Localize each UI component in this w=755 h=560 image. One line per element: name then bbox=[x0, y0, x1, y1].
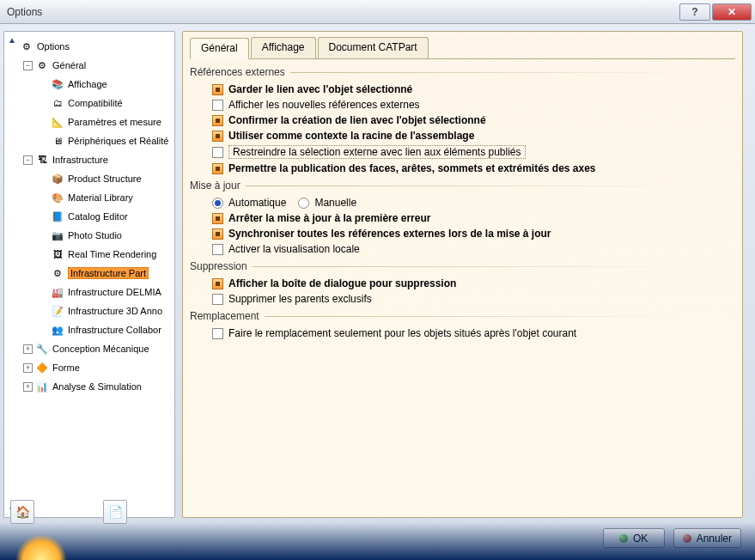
tree-item-conception-m-canique[interactable]: +🔧Conception Mécanique bbox=[6, 339, 173, 358]
tree-item-label: Infrastructure bbox=[52, 155, 108, 165]
option-label: Permettre la publication des faces, arêt… bbox=[228, 162, 596, 174]
tree-icon: 🗂 bbox=[51, 96, 64, 110]
tree-item-real-time-rendering[interactable]: 🖼Real Time Rendering bbox=[6, 245, 173, 264]
tree-item-product-structure[interactable]: 📦Product Structure bbox=[6, 169, 173, 188]
checkbox[interactable] bbox=[212, 163, 223, 174]
radio-manuelle[interactable]: Manuelle bbox=[298, 197, 356, 209]
checkbox[interactable] bbox=[212, 213, 223, 224]
tree-icon: 🏭 bbox=[51, 285, 64, 299]
checkbox[interactable] bbox=[212, 244, 223, 255]
tree-item-g-n-ral[interactable]: −⚙Général bbox=[6, 56, 173, 75]
tree-item-photo-studio[interactable]: 📷Photo Studio bbox=[6, 226, 173, 245]
help-button[interactable]: ? bbox=[679, 3, 710, 21]
tree-item-label: Product Structure bbox=[68, 173, 142, 184]
checkbox[interactable] bbox=[212, 100, 223, 111]
radio-icon bbox=[298, 198, 309, 209]
options-tree: ▲ ⚙ Options −⚙Général📚Affichage🗂Compatib… bbox=[3, 31, 175, 518]
tree-item-label: Périphériques et Réalité bbox=[68, 136, 168, 146]
window-title: Options bbox=[7, 6, 678, 18]
group-references-externes: Références externes bbox=[190, 66, 732, 78]
group-mise-a-jour: Mise à jour bbox=[190, 180, 732, 192]
tree-item-compatibilit-[interactable]: 🗂Compatibilité bbox=[6, 94, 173, 113]
tree-icon: ⚙ bbox=[51, 266, 64, 280]
option-label: Afficher les nouvelles références extern… bbox=[228, 99, 420, 111]
ok-button[interactable]: OK bbox=[603, 528, 665, 548]
expand-icon[interactable]: + bbox=[23, 344, 33, 354]
ok-dot-icon bbox=[619, 534, 628, 543]
tree-item-label: Analyse & Simulation bbox=[52, 381, 142, 392]
tab-g-n-ral[interactable]: Général bbox=[190, 38, 249, 59]
tree-icon: 🖼 bbox=[51, 247, 64, 261]
radio-icon bbox=[212, 198, 223, 209]
tree-item-affichage[interactable]: 📚Affichage bbox=[6, 75, 173, 94]
tree-item-label: Material Library bbox=[68, 192, 133, 203]
checkbox[interactable] bbox=[212, 131, 223, 142]
save-tool-button[interactable]: 📄 bbox=[103, 500, 127, 524]
expand-icon[interactable]: + bbox=[23, 363, 33, 373]
tree-item-infrastructure-delmia[interactable]: 🏭Infrastructure DELMIA bbox=[6, 283, 173, 301]
tree-item-label: Forme bbox=[52, 362, 80, 373]
option-label: Afficher la boîte de dialogue pour suppr… bbox=[228, 277, 456, 289]
option-label: Activer la visualisation locale bbox=[228, 243, 360, 255]
tree-item-material-library[interactable]: 🎨Material Library bbox=[6, 188, 173, 207]
tree-item-label: Affichage bbox=[68, 79, 107, 89]
option-row: Confirmer la création de lien avec l'obj… bbox=[190, 113, 732, 128]
option-label: Synchroniser toutes les références exter… bbox=[228, 228, 551, 240]
cancel-dot-icon bbox=[683, 534, 691, 543]
checkbox[interactable] bbox=[212, 294, 223, 305]
tree-item-analyse-simulation[interactable]: +📊Analyse & Simulation bbox=[6, 377, 173, 396]
group-remplacement: Remplacement bbox=[190, 310, 732, 322]
content-panel: GénéralAffichageDocument CATPart Référen… bbox=[182, 31, 743, 518]
update-mode-row: Automatique Manuelle bbox=[190, 195, 732, 210]
tree-item-infrastructure[interactable]: −🏗Infrastructure bbox=[6, 150, 173, 169]
checkbox[interactable] bbox=[212, 115, 223, 126]
option-label: Arrêter la mise à jour à la première err… bbox=[228, 212, 430, 224]
option-label: Faire le remplacement seulement pour les… bbox=[228, 327, 576, 339]
tree-icon: 🔧 bbox=[35, 342, 49, 356]
group-suppression: Suppression bbox=[190, 260, 732, 272]
checkbox[interactable] bbox=[212, 147, 223, 158]
checkbox[interactable] bbox=[212, 278, 223, 289]
option-label: Confirmer la création de lien avec l'obj… bbox=[228, 114, 486, 126]
tree-item-infrastructure-collabor[interactable]: 👥Infrastructure Collabor bbox=[6, 320, 173, 339]
tree-item-label: Catalog Editor bbox=[68, 211, 128, 222]
option-row: Supprimer les parents exclusifs bbox=[190, 291, 732, 307]
scroll-up-icon[interactable]: ▲ bbox=[8, 35, 16, 44]
cancel-button[interactable]: Annuler bbox=[673, 528, 741, 548]
checkbox[interactable] bbox=[212, 228, 223, 240]
expand-icon[interactable]: − bbox=[23, 155, 33, 165]
radio-automatique[interactable]: Automatique bbox=[212, 197, 286, 209]
close-button[interactable]: ✕ bbox=[712, 3, 752, 21]
tree-item-label: Paramètres et mesure bbox=[68, 117, 161, 127]
checkbox[interactable] bbox=[212, 84, 223, 95]
option-label: Garder le lien avec l'objet sélectionné bbox=[228, 83, 412, 95]
option-row: Utiliser comme contexte la racine de l'a… bbox=[190, 128, 732, 143]
option-row: Arrêter la mise à jour à la première err… bbox=[190, 210, 732, 226]
tree-item-p-riph-riques-et-r-alit-[interactable]: 🖥Périphériques et Réalité bbox=[6, 131, 173, 150]
tree-icon: 📦 bbox=[51, 172, 64, 186]
tree-icon: 🖥 bbox=[51, 134, 64, 148]
tree-item-catalog-editor[interactable]: 📘Catalog Editor bbox=[6, 207, 173, 226]
option-row: Synchroniser toutes les références exter… bbox=[190, 226, 732, 241]
tree-icon: ⚙ bbox=[35, 58, 49, 72]
checkbox[interactable] bbox=[212, 328, 223, 339]
tree-item-infrastructure-3d-anno[interactable]: 📝Infrastructure 3D Anno bbox=[6, 301, 173, 320]
option-row: Afficher la boîte de dialogue pour suppr… bbox=[190, 276, 732, 291]
tree-item-label: Compatibilité bbox=[68, 98, 123, 108]
tree-root[interactable]: ⚙ Options bbox=[6, 37, 173, 56]
tree-icon: 📐 bbox=[51, 115, 64, 129]
option-row: Garder le lien avec l'objet sélectionné bbox=[190, 82, 732, 97]
expand-icon[interactable]: + bbox=[23, 382, 33, 392]
tree-icon: 🔶 bbox=[35, 361, 49, 374]
options-icon: ⚙ bbox=[20, 40, 33, 53]
tree-item-label: Conception Mécanique bbox=[52, 344, 149, 354]
option-row: Faire le remplacement seulement pour les… bbox=[190, 326, 732, 341]
reset-tool-button[interactable]: 🏠 bbox=[10, 500, 34, 524]
tree-item-infrastructure-part[interactable]: ⚙Infrastructure Part bbox=[6, 264, 173, 283]
tree-item-forme[interactable]: +🔶Forme bbox=[6, 358, 173, 377]
tree-item-label: Général bbox=[52, 60, 86, 70]
tree-item-param-tres-et-mesure[interactable]: 📐Paramètres et mesure bbox=[6, 113, 173, 131]
tab-affichage[interactable]: Affichage bbox=[251, 37, 316, 58]
tab-document-catpart[interactable]: Document CATPart bbox=[318, 37, 429, 58]
expand-icon[interactable]: − bbox=[23, 61, 33, 70]
